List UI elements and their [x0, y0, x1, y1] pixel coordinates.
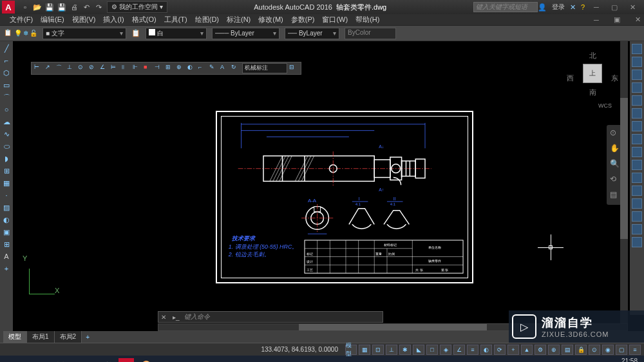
polyline-tool[interactable]: ⌐	[1, 55, 12, 66]
array-tool[interactable]	[632, 95, 642, 106]
menu-format[interactable]: 格式(O)	[132, 15, 156, 24]
dim-inspect-icon[interactable]: ◐	[187, 64, 196, 73]
status-units-icon[interactable]: ⊕	[548, 345, 560, 355]
redo-icon[interactable]: ↷	[93, 2, 104, 12]
menu-file[interactable]: 文件(F)	[10, 15, 33, 24]
undo-icon[interactable]: ↶	[81, 2, 91, 12]
menu-dimension[interactable]: 标注(N)	[227, 15, 251, 24]
status-transparency-icon[interactable]: ◐	[480, 345, 492, 355]
status-lwt-icon[interactable]: ≡	[467, 345, 478, 355]
dimstyle-icon[interactable]: ⊟	[289, 64, 298, 73]
viewcube-east[interactable]: 东	[611, 73, 618, 83]
doc-close[interactable]: ✕	[631, 15, 644, 25]
edge-icon[interactable]: e	[72, 357, 93, 362]
coords-display[interactable]: 133.4073, 84.6193, 0.0000	[261, 346, 338, 353]
login-button[interactable]: 登录	[552, 3, 565, 12]
system-clock[interactable]: 21:58 2018/4/5	[612, 357, 641, 362]
mirror-tool[interactable]	[632, 70, 642, 80]
erase-tool[interactable]	[632, 44, 642, 54]
lineweight-dropdown[interactable]: ── ByLayer	[285, 28, 339, 39]
status-annoscale-icon[interactable]: ▲	[521, 345, 533, 355]
autocad-taskbar-icon[interactable]: A	[118, 358, 134, 362]
arc-tool[interactable]: ⌒	[1, 92, 12, 102]
mtext-tool[interactable]: A	[1, 251, 12, 262]
region-tool[interactable]: ▣	[1, 227, 12, 237]
minimize-button[interactable]: ─	[590, 2, 603, 12]
paint-icon[interactable]: 🎨	[137, 357, 157, 362]
dim-radius-icon[interactable]: ⊙	[78, 64, 87, 73]
status-workspace-icon[interactable]: ⚙	[535, 345, 546, 355]
viewcube-south[interactable]: 南	[589, 88, 596, 97]
plotstyle-dropdown[interactable]: ByColor	[345, 28, 396, 39]
workspace-dropdown[interactable]: ⚙ 我的工作空间 ▾	[107, 1, 167, 13]
hatch-tool[interactable]: ▨	[1, 202, 12, 213]
app1-icon[interactable]: 🦋	[95, 357, 116, 362]
status-annomonitor-icon[interactable]: +	[507, 345, 519, 355]
status-custom-icon[interactable]: ≡	[629, 345, 641, 355]
menu-modify[interactable]: 修改(M)	[258, 15, 283, 24]
dim-angular-icon[interactable]: ∠	[100, 64, 109, 73]
dim-tolerance-icon[interactable]: ⊞	[166, 64, 175, 73]
line-tool[interactable]: ╱	[1, 43, 12, 53]
layer-tool-icon[interactable]: 📋	[131, 29, 140, 37]
dim-continue-icon[interactable]: ⊩	[133, 64, 142, 73]
print-icon[interactable]: 🖨	[69, 2, 79, 12]
doc-restore[interactable]: ▣	[611, 15, 623, 25]
dim-baseline-icon[interactable]: ⫴	[122, 64, 131, 73]
open-icon[interactable]: 📂	[32, 2, 43, 12]
table-tool[interactable]: ⊞	[1, 239, 12, 249]
menu-param[interactable]: 参数(P)	[291, 15, 315, 24]
exchange-icon[interactable]: ✕	[570, 3, 576, 12]
insert-block-tool[interactable]: ⊞	[1, 166, 12, 176]
maximize-button[interactable]: ▢	[608, 2, 621, 12]
viewcube[interactable]: 北 西 上 东 南 WCS	[567, 51, 618, 109]
status-lock-icon[interactable]: 🔒	[575, 345, 587, 355]
status-grid-icon[interactable]: ▦	[359, 345, 370, 355]
dim-tedit-icon[interactable]: A	[220, 64, 229, 73]
tab-layout2[interactable]: 布局2	[55, 331, 82, 343]
dim-quick-icon[interactable]: ⊨	[111, 64, 120, 73]
join-tool[interactable]	[632, 198, 642, 209]
scrollbar-vertical[interactable]	[620, 41, 628, 323]
spline-tool[interactable]: ∿	[1, 129, 12, 139]
layer-dropdown[interactable]: ■ 文字	[43, 28, 126, 39]
status-snap-icon[interactable]: ⊡	[372, 345, 384, 355]
menu-help[interactable]: 帮助(H)	[355, 15, 379, 24]
save-icon[interactable]: 💾	[44, 2, 55, 12]
dim-center-icon[interactable]: ⊕	[176, 64, 185, 73]
dimstyle-dropdown[interactable]: 机械标注	[242, 63, 287, 73]
viewcube-north[interactable]: 北	[589, 51, 596, 61]
status-qprops-icon[interactable]: ▤	[562, 345, 573, 355]
menu-draw[interactable]: 绘图(D)	[195, 15, 219, 24]
drawing-area[interactable]: ╱ ⌐ ⬡ ▭ ⌒ ○ ☁ ∿ ⬭ ◗ ⊞ ▦ · ▨ ◐ ▣ ⊞ A +	[0, 41, 644, 331]
status-3dosnap-icon[interactable]: ◈	[440, 345, 451, 355]
status-otrack-icon[interactable]: ∠	[453, 345, 465, 355]
saveas-icon[interactable]: 💾	[57, 2, 67, 12]
command-line[interactable]: ✕ ▸_ 键入命令	[158, 311, 383, 323]
addselected-tool[interactable]: +	[1, 263, 12, 274]
dim-ordinate-icon[interactable]: ⊥	[67, 64, 76, 73]
status-isolate-icon[interactable]: ◉	[602, 345, 614, 355]
dim-edit-icon[interactable]: ✎	[209, 64, 218, 73]
trim-tool[interactable]	[632, 160, 642, 170]
status-osnap-icon[interactable]: □	[426, 345, 438, 355]
command-close-icon[interactable]: ✕	[161, 314, 170, 321]
help-search-input[interactable]: 键入关键字或短语	[473, 2, 538, 12]
menu-window[interactable]: 窗口(W)	[322, 15, 348, 24]
dim-aligned-icon[interactable]: ↗	[45, 64, 54, 73]
layer-props-icon[interactable]: 📋	[4, 29, 13, 38]
copy-tool[interactable]	[632, 57, 642, 67]
dim-linear-icon[interactable]: ⊢	[34, 64, 43, 73]
move-tool[interactable]	[632, 108, 642, 119]
status-model-button[interactable]: 模型	[345, 345, 357, 355]
start-button[interactable]: ⊞	[3, 357, 23, 362]
status-polar-icon[interactable]: ✱	[399, 345, 411, 355]
make-block-tool[interactable]: ▦	[1, 178, 12, 188]
extend-tool[interactable]	[632, 173, 642, 183]
viewcube-face[interactable]: 上	[583, 64, 602, 83]
gradient-tool[interactable]: ◐	[1, 214, 12, 225]
dim-break-icon[interactable]: ⊣	[155, 64, 164, 73]
dim-diameter-icon[interactable]: ⊘	[89, 64, 98, 73]
tab-layout1[interactable]: 布局1	[27, 331, 55, 343]
viewcube-wcs[interactable]: WCS	[598, 102, 612, 109]
